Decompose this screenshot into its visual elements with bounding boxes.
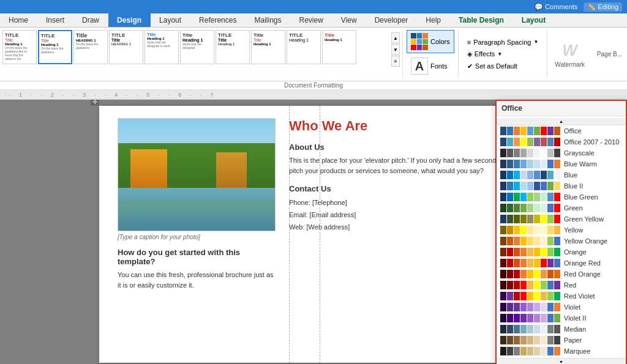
tab-insert[interactable]: Insert (37, 13, 73, 27)
effects-chevron: ▼ (497, 51, 502, 57)
colors-fonts-section: Colors A Fonts (403, 28, 458, 81)
color-item[interactable]: Orange Red (497, 258, 626, 269)
color-item[interactable]: Yellow (497, 225, 626, 236)
default-icon: ✔ (467, 62, 473, 70)
contact-heading: Contact Us (289, 184, 509, 193)
gallery-scroll-down[interactable]: ▼ (391, 44, 400, 55)
who-we-are-heading: Who We Are (289, 118, 509, 134)
color-item[interactable]: Median (497, 324, 626, 335)
tab-layout[interactable]: Layout (151, 13, 190, 27)
comments-button[interactable]: 💬 Comments (535, 3, 577, 11)
color-item[interactable]: Violet (497, 302, 626, 313)
color-item[interactable]: Blue II (497, 180, 626, 191)
set-as-default-button[interactable]: ✔ Set as Default (465, 61, 541, 72)
tab-design[interactable]: Design (108, 13, 151, 27)
contact-info: Phone: [Telephone] Email: [Email address… (289, 197, 509, 233)
effects-icon: ◈ (467, 50, 472, 58)
colors-scroll-down[interactable]: ▼ (497, 358, 626, 364)
comments-label: Comments (545, 3, 577, 10)
tab-draw[interactable]: Draw (73, 13, 108, 27)
editing-button[interactable]: ✏️ Editing (584, 2, 622, 12)
set-as-default-label: Set as Default (475, 62, 517, 70)
theme-item-0[interactable]: TITLE Title Heading 1 On the basis the g… (2, 30, 37, 64)
theme-item-1[interactable]: TITLE Title Heading 1 On the basis the g… (38, 30, 72, 64)
effects-button[interactable]: ◈ Effects ▼ (465, 49, 541, 59)
edit-icon: ✏️ (587, 3, 596, 11)
editing-label: Editing (598, 3, 618, 10)
watermark-icon: W (562, 41, 577, 60)
watermark-label: Watermark (555, 61, 585, 68)
color-item[interactable]: Yellow Orange (497, 236, 626, 247)
para-spacing-label: Paragraph Spacing (473, 39, 531, 46)
phone-line: Phone: [Telephone] (289, 197, 509, 209)
fonts-label: Fonts (430, 62, 448, 70)
theme-item-9[interactable]: Title Heading 1 (322, 30, 356, 64)
ribbon-tabs: Home Insert Draw Design Layout Reference… (0, 13, 627, 28)
paragraph-spacing-button[interactable]: ≡ Paragraph Spacing ▼ (465, 37, 541, 47)
tab-table-design[interactable]: Table Design (450, 13, 513, 27)
doc-left-col: [Type a caption for your photo] How do y… (118, 118, 277, 290)
effects-label: Effects (475, 50, 495, 58)
color-item[interactable]: Paper (497, 335, 626, 346)
fonts-icon: A (411, 58, 428, 75)
doc-columns: [Type a caption for your photo] How do y… (118, 118, 509, 290)
tab-home[interactable]: Home (0, 13, 37, 27)
web-line: Web: [Web address] (289, 221, 509, 234)
gallery-scroll: ▲ ▼ ≡ (391, 32, 400, 67)
para-spacing-chevron: ▼ (533, 39, 538, 45)
doc-page: ✛ (99, 106, 528, 363)
color-item[interactable]: Violet II (497, 313, 626, 324)
tab-developer[interactable]: Developer (366, 13, 418, 27)
h2-heading: How do you get started with this templat… (118, 248, 277, 266)
ruler: · · 1 · · 2 · · 3 · · 4 · · 5 · · 6 · · … (0, 90, 627, 100)
color-item[interactable]: Marquee (497, 346, 626, 357)
page-b-section: Page B... (592, 28, 627, 81)
colors-icon (411, 33, 428, 50)
theme-item-5[interactable]: Title Heading 1 styles that are designed (180, 30, 214, 64)
color-item[interactable]: Office (497, 125, 626, 136)
theme-item-8[interactable]: TITLE Heading 1 (287, 30, 321, 64)
color-item[interactable]: Red Orange (497, 269, 626, 280)
tab-table-layout[interactable]: Layout (513, 13, 555, 27)
gallery-scroll-up[interactable]: ▲ (391, 32, 400, 43)
tab-review[interactable]: Review (290, 13, 332, 27)
doc-image (118, 118, 276, 231)
tab-view[interactable]: View (332, 13, 366, 27)
gallery-expand[interactable]: ≡ (391, 56, 400, 67)
doc-caption: [Type a caption for your photo] (118, 234, 277, 240)
color-item[interactable]: Blue Green (497, 191, 626, 202)
color-item[interactable]: Blue Warm (497, 158, 626, 169)
color-item[interactable]: Grayscale (497, 147, 626, 158)
colors-scroll-up[interactable]: ▲ (497, 118, 626, 125)
main-content: ✛ (0, 100, 627, 364)
color-item[interactable]: Red (497, 280, 626, 291)
tab-mailings[interactable]: Mailings (246, 13, 290, 27)
color-item[interactable]: Orange (497, 247, 626, 258)
theme-gallery: TITLE Title Heading 1 On the basis the g… (0, 28, 402, 81)
color-item[interactable]: Green (497, 202, 626, 214)
theme-item-4[interactable]: Title Heading 1 styles that are designed… (145, 30, 179, 64)
color-item[interactable]: Office 2007 - 2010 (497, 136, 626, 147)
para-spacing-icon: ≡ (467, 39, 471, 46)
theme-item-6[interactable]: TITLE Title Heading 1 (216, 30, 250, 64)
doc-bottom-text: How do you get started with this templat… (118, 248, 277, 290)
page-r-label: Page B... (597, 51, 622, 58)
theme-item-2[interactable]: Title HEADING 1 On the basis the gladiat… (73, 30, 108, 64)
color-item[interactable]: Blue (497, 169, 626, 180)
comment-icon: 💬 (535, 3, 543, 11)
tab-help[interactable]: Help (417, 13, 450, 27)
about-us-text: This is the place for your 'elevator pit… (289, 155, 509, 176)
colors-button[interactable]: Colors (407, 30, 454, 53)
colors-dropdown: Office ▲ OfficeOffice 2007 - 2010Graysca… (495, 100, 627, 364)
move-handle[interactable]: ✛ (91, 100, 99, 106)
ribbon-body: TITLE Title Heading 1 On the basis the g… (0, 28, 627, 81)
theme-item-7[interactable]: Title Title Heading 1 (251, 30, 285, 64)
fonts-button[interactable]: A Fonts (407, 54, 454, 78)
color-item[interactable]: Red Violet (497, 291, 626, 302)
theme-item-3[interactable]: TITLE Title HEADING 1 (109, 30, 143, 64)
tab-references[interactable]: References (190, 13, 246, 27)
watermark-section: W Watermark (547, 28, 592, 81)
about-us-heading: About Us (289, 143, 509, 152)
color-item[interactable]: Green Yellow (497, 214, 626, 225)
colors-dropdown-header: Office (497, 101, 626, 116)
